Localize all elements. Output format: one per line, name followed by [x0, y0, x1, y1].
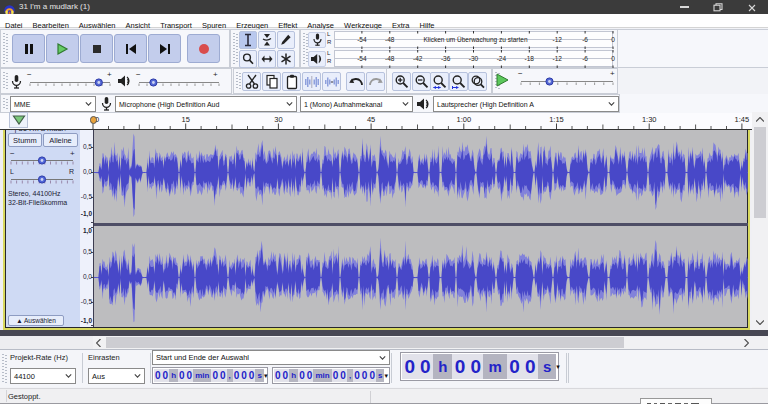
svg-text:-36: -36: [441, 55, 451, 62]
svg-text:45: 45: [367, 115, 375, 124]
svg-text:1:15: 1:15: [549, 115, 564, 124]
svg-text:-18: -18: [525, 55, 535, 62]
svg-text:-12: -12: [552, 55, 562, 62]
svg-text:1:45: 1:45: [735, 115, 750, 124]
svg-text:0: 0: [611, 55, 615, 62]
svg-text:Klicken um Überwachung zu star: Klicken um Überwachung zu starten: [423, 36, 527, 44]
svg-text:-48: -48: [385, 55, 395, 62]
svg-text:-54: -54: [357, 55, 367, 62]
svg-text:1:30: 1:30: [642, 115, 657, 124]
svg-text:-54: -54: [357, 36, 367, 43]
svg-text:-24: -24: [497, 55, 507, 62]
svg-text:-6: -6: [582, 55, 588, 62]
svg-text:-12: -12: [552, 36, 562, 43]
svg-text:-42: -42: [413, 55, 423, 62]
svg-text:1:00: 1:00: [456, 115, 471, 124]
svg-text:15: 15: [182, 115, 190, 124]
svg-text:-6: -6: [582, 36, 588, 43]
svg-text:-48: -48: [385, 36, 395, 43]
svg-text:-30: -30: [469, 55, 479, 62]
svg-text:0: 0: [611, 36, 615, 43]
svg-text:30: 30: [274, 115, 282, 124]
